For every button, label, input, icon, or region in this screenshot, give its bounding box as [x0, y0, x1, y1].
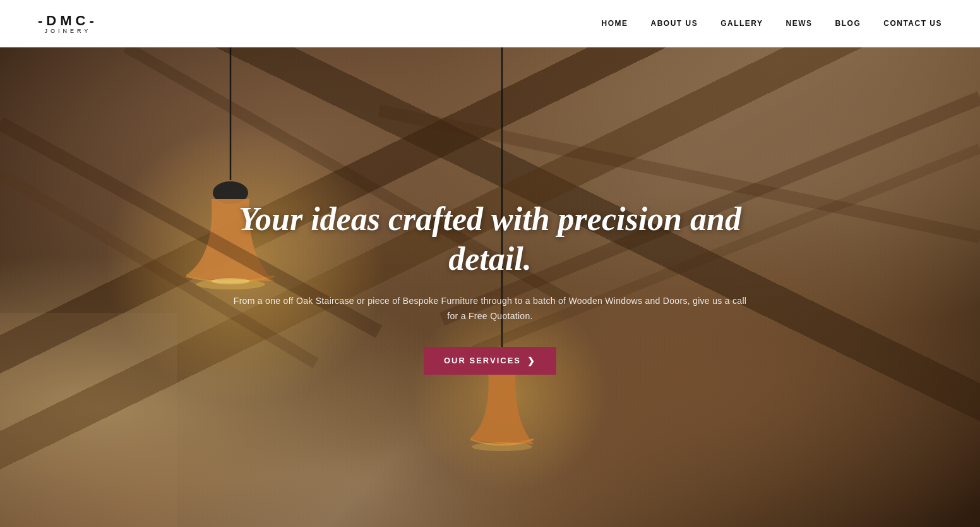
- site-logo[interactable]: -DMC- JOINERY: [38, 13, 98, 34]
- nav-item-about[interactable]: ABOUT US: [650, 19, 698, 28]
- site-header: -DMC- JOINERY HOME ABOUT US GALLERY NEWS…: [0, 0, 980, 47]
- nav-item-home[interactable]: HOME: [601, 19, 628, 28]
- cta-services-button[interactable]: OUR SERVICES ❯: [424, 347, 556, 375]
- hero-heading: Your ideas crafted with precision and de…: [231, 200, 749, 279]
- main-nav: HOME ABOUT US GALLERY NEWS BLOG CONTACT …: [601, 19, 942, 28]
- cta-arrow-icon: ❯: [527, 356, 536, 366]
- nav-item-gallery[interactable]: GALLERY: [720, 19, 763, 28]
- nav-item-news[interactable]: NEWS: [786, 19, 813, 28]
- hero-content: Your ideas crafted with precision and de…: [206, 200, 774, 374]
- nav-item-blog[interactable]: BLOG: [835, 19, 861, 28]
- hero-subtext: From a one off Oak Staircase or piece of…: [231, 294, 749, 324]
- logo-sub-text: JOINERY: [44, 28, 91, 34]
- cta-label: OUR SERVICES: [444, 356, 521, 365]
- nav-item-contact[interactable]: CONTACT US: [883, 19, 942, 28]
- logo-main-text: -DMC-: [38, 13, 98, 29]
- hero-section: Your ideas crafted with precision and de…: [0, 47, 980, 527]
